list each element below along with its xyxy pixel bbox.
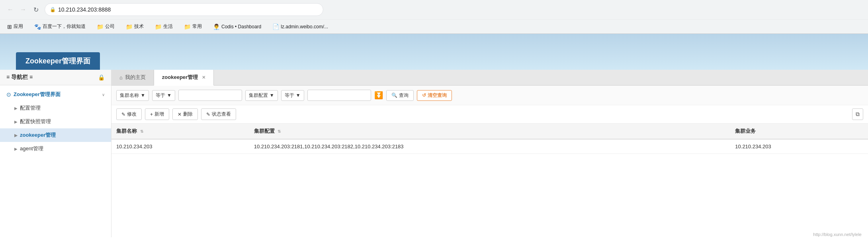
search-button[interactable]: 🔍 查询 bbox=[386, 90, 414, 101]
baidu-icon: 🐾 bbox=[34, 24, 41, 30]
forward-button[interactable]: → bbox=[18, 4, 29, 15]
add-button[interactable]: + 新增 bbox=[145, 108, 169, 120]
folder-tech-icon: 📁 bbox=[126, 24, 133, 30]
operator1-label: 等于 bbox=[156, 92, 165, 99]
sidebar-item-zookeeper-mgmt[interactable]: ⊙ Zookeeper管理界面 ∨ bbox=[0, 88, 111, 101]
col-cluster-service-label: 集群业务 bbox=[735, 128, 756, 134]
bookmark-tech-label: 技术 bbox=[134, 23, 144, 30]
folder-common-icon: 📁 bbox=[184, 24, 191, 30]
clear-label: 清空查询 bbox=[428, 92, 447, 99]
chevron-down-icon: ∨ bbox=[102, 92, 105, 97]
arrow-right-icon-2: ▶ bbox=[14, 120, 18, 124]
filter-input-1[interactable] bbox=[178, 90, 242, 101]
sort-icon-name: ⇅ bbox=[140, 129, 143, 134]
sidebar-item-config-quick[interactable]: ▶ 配置快照管理 bbox=[0, 115, 111, 128]
sidebar-item-config-mgmt[interactable]: ▶ 配置管理 bbox=[0, 101, 111, 115]
filter-bar: 集群名称 ▼ 等于 ▼ 集群配置 ▼ 等于 ▼ ⏬ bbox=[111, 86, 868, 105]
bookmark-baidu[interactable]: 🐾 百度一下，你就知道 bbox=[32, 22, 88, 31]
sidebar-config-quick-label: 配置快照管理 bbox=[20, 118, 51, 125]
nav-buttons: ← → ↻ bbox=[5, 4, 41, 15]
data-table: 集群名称 ⇅ 集群配置 ⇅ 集群业务 10.210.2 bbox=[111, 124, 868, 154]
content-area: ⌂ 我的主页 zookeeper管理 ✕ 集群名称 ▼ 等于 ▼ bbox=[111, 70, 868, 237]
arrow-right-icon-3: ▶ bbox=[14, 133, 18, 138]
delete-label: 删除 bbox=[183, 111, 193, 118]
tab-zookeeper[interactable]: zookeeper管理 ✕ bbox=[154, 70, 214, 86]
bookmark-company[interactable]: 📁 公司 bbox=[94, 22, 117, 31]
col-cluster-config: 集群配置 ⇅ bbox=[249, 124, 731, 139]
status-icon: ✎ bbox=[206, 112, 210, 117]
add-label: 新增 bbox=[154, 111, 164, 118]
browser-toolbar: ← → ↻ 🔒 bbox=[0, 0, 868, 19]
edit-button[interactable]: ✎ 修改 bbox=[116, 108, 142, 120]
arrow-right-icon: ▶ bbox=[14, 106, 18, 110]
sidebar-agent-label: agent管理 bbox=[20, 145, 43, 152]
sidebar-section: ⊙ Zookeeper管理界面 ∨ ▶ 配置管理 ▶ 配置快照管理 ▶ zoo bbox=[0, 85, 111, 158]
sidebar-lock-icon: 🔒 bbox=[98, 74, 105, 81]
sidebar: ≡ 导航栏 ≡ 🔒 ⊙ Zookeeper管理界面 ∨ ▶ 配置管理 ▶ bbox=[0, 70, 111, 237]
tab-home[interactable]: ⌂ 我的主页 bbox=[111, 70, 154, 85]
table-header-row: 集群名称 ⇅ 集群配置 ⇅ 集群业务 bbox=[111, 124, 868, 139]
bookmark-baidu-label: 百度一下，你就知道 bbox=[43, 23, 86, 30]
operator2-arrow-icon: ▼ bbox=[296, 92, 301, 98]
cell-cluster-service: 10.210.234.203 bbox=[730, 139, 868, 154]
apps-icon: ⊞ bbox=[7, 24, 12, 30]
home-tab-icon: ⌂ bbox=[119, 75, 123, 81]
bookmark-weibo[interactable]: 📄 lz.admin.weibo.com/... bbox=[270, 23, 330, 31]
browser-chrome: ← → ↻ 🔒 ⊞ 应用 🐾 百度一下，你就知道 📁 公司 📁 技术 📁 生活 bbox=[0, 0, 868, 34]
folder-company-icon: 📁 bbox=[97, 24, 104, 30]
sidebar-item-zookeeper-sub[interactable]: ▶ zookeeper管理 bbox=[0, 128, 111, 142]
address-input[interactable] bbox=[58, 6, 318, 13]
sidebar-config-label: 配置管理 bbox=[20, 104, 41, 112]
bookmark-life-label: 生活 bbox=[163, 23, 173, 30]
tab-close-icon[interactable]: ✕ bbox=[202, 75, 205, 80]
app-area: Zookeeper管理界面 ≡ 导航栏 ≡ 🔒 ⊙ Zookeeper管理界面 … bbox=[0, 34, 868, 237]
sidebar-item-agent-mgmt[interactable]: ▶ agent管理 bbox=[0, 142, 111, 155]
bookmark-codis-label: Codis • Dashboard bbox=[221, 24, 261, 30]
field1-select[interactable]: 集群名称 ▼ bbox=[116, 90, 149, 101]
clear-icon: ↺ bbox=[422, 92, 426, 98]
weibo-icon: 📄 bbox=[272, 24, 279, 30]
bookmark-common-label: 常用 bbox=[192, 23, 202, 30]
table-row: 10.210.234.203 10.210.234.203:2181,10.21… bbox=[111, 139, 868, 154]
bookmark-codis[interactable]: 👨‍💼 Codis • Dashboard bbox=[211, 23, 264, 31]
sidebar-zookeeper-label: Zookeeper管理界面 bbox=[14, 91, 100, 98]
col-cluster-name-label: 集群名称 bbox=[116, 128, 137, 134]
delete-button[interactable]: ✕ 删除 bbox=[172, 108, 198, 120]
bookmark-apps[interactable]: ⊞ 应用 bbox=[5, 22, 25, 31]
address-bar[interactable]: 🔒 bbox=[45, 3, 323, 16]
col-cluster-name: 集群名称 ⇅ bbox=[111, 124, 249, 139]
tabs-bar: ⌂ 我的主页 zookeeper管理 ✕ bbox=[111, 70, 868, 86]
nav-label: ≡ 导航栏 ≡ bbox=[6, 74, 33, 81]
back-button[interactable]: ← bbox=[5, 4, 16, 15]
lock-icon: 🔒 bbox=[50, 7, 56, 12]
bookmark-apps-label: 应用 bbox=[14, 23, 23, 30]
codis-icon: 👨‍💼 bbox=[213, 24, 220, 30]
filter-input-2[interactable] bbox=[307, 90, 371, 101]
reload-button[interactable]: ↻ bbox=[30, 4, 41, 15]
sort-icon-config: ⇅ bbox=[278, 129, 281, 134]
clear-button[interactable]: ↺ 清空查询 bbox=[417, 90, 452, 101]
app-header: Zookeeper管理界面 bbox=[0, 34, 868, 70]
circle-icon: ⊙ bbox=[6, 91, 11, 98]
bookmark-tech[interactable]: 📁 技术 bbox=[123, 22, 146, 31]
field2-select[interactable]: 集群配置 ▼ bbox=[245, 90, 278, 101]
watermark: http://blog.xunn.net/lylele bbox=[813, 232, 862, 237]
bookmark-company-label: 公司 bbox=[105, 23, 115, 30]
status-button[interactable]: ✎ 状态查看 bbox=[201, 108, 236, 120]
operator1-select[interactable]: 等于 ▼ bbox=[152, 90, 175, 101]
arrow-right-icon-4: ▶ bbox=[14, 147, 18, 151]
cell-cluster-config: 10.210.234.203:2181,10.210.234.203:2182,… bbox=[249, 139, 731, 154]
zookeeper-tab-label: zookeeper管理 bbox=[162, 74, 198, 81]
copy-button[interactable]: ⧉ bbox=[852, 108, 863, 120]
status-label: 状态查看 bbox=[212, 111, 231, 118]
filter-expand-icon[interactable]: ⏬ bbox=[374, 91, 383, 100]
bookmarks-bar: ⊞ 应用 🐾 百度一下，你就知道 📁 公司 📁 技术 📁 生活 📁 常用 👨‍💼… bbox=[0, 19, 868, 33]
operator1-arrow-icon: ▼ bbox=[167, 92, 172, 98]
edit-label: 修改 bbox=[127, 111, 137, 118]
bookmark-life[interactable]: 📁 生活 bbox=[152, 22, 175, 31]
action-bar: ✎ 修改 + 新增 ✕ 删除 ✎ 状态查看 ⧉ bbox=[111, 105, 868, 124]
operator2-label: 等于 bbox=[285, 92, 294, 99]
operator2-select[interactable]: 等于 ▼ bbox=[281, 90, 304, 101]
search-label: 查询 bbox=[399, 92, 409, 99]
bookmark-common[interactable]: 📁 常用 bbox=[182, 22, 204, 31]
